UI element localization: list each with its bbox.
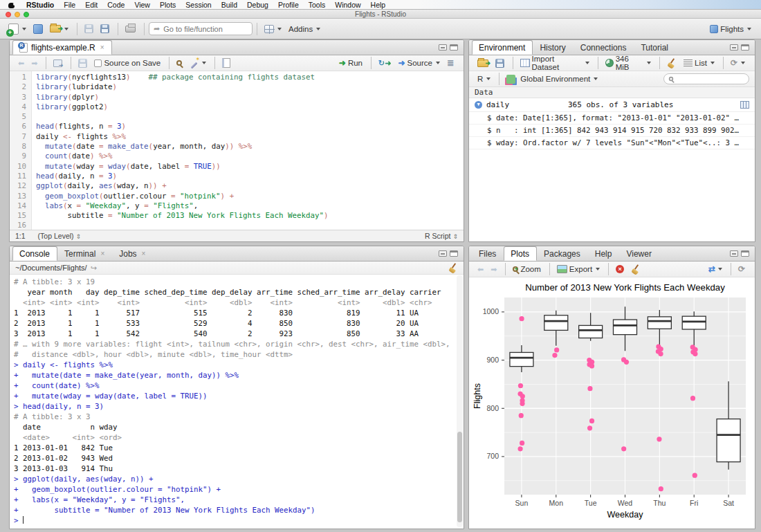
tab-files[interactable]: Files [472,246,504,261]
menu-session[interactable]: Session [181,1,216,9]
source-button[interactable]: ➜Source [395,57,443,69]
save-button[interactable] [82,23,96,35]
minimize-pane-icon[interactable] [439,250,447,257]
back-button[interactable]: ⬅ [15,58,27,68]
tab-packages[interactable]: Packages [537,246,588,261]
refresh-environment-button[interactable]: ⟳ [728,57,748,69]
tab-terminal[interactable]: Terminal× [57,246,112,261]
menu-view[interactable]: View [129,1,155,9]
rerun-button[interactable]: ↻➜ [376,57,394,69]
forward-button[interactable]: ➡ [28,58,40,68]
close-window-button[interactable] [6,12,11,17]
source-on-save-checkbox[interactable]: Source on Save [91,57,163,68]
zoom-plot-button[interactable]: Zoom [510,264,543,275]
doc-type-selector[interactable]: R Script⇕ [425,232,458,240]
collapse-object-icon[interactable]: ▼ [475,101,482,109]
project-dropdown[interactable]: Flights [707,24,754,35]
goto-file-box[interactable]: ➦ [149,22,253,35]
tab-environment[interactable]: Environment [472,40,533,55]
popout-button[interactable] [51,58,65,68]
close-tab-icon[interactable]: × [100,250,104,257]
scope-selector[interactable]: (Top Level)⇕ [38,232,82,240]
menu-edit[interactable]: Edit [80,1,102,9]
code-line: ggplot(daily, aes(wday, n)) + [36,181,464,191]
import-dataset-button[interactable]: Import Dataset [517,53,592,73]
minimize-window-button[interactable] [15,12,20,17]
clear-objects-button[interactable] [664,57,679,69]
menu-file[interactable]: File [59,1,80,9]
menu-rstudio[interactable]: RStudio [21,1,59,9]
tab-flights-example[interactable]: flights-example.R × [12,40,112,55]
minimize-pane-icon[interactable] [730,250,738,257]
pane-window-buttons [439,44,458,51]
compile-report-button[interactable] [219,57,233,69]
global-environment-dropdown[interactable]: Global Environment [504,73,600,85]
tab-connections[interactable]: Connections [574,40,634,55]
menu-help[interactable]: Help [366,1,391,9]
goto-directory-icon[interactable]: ↪ [91,264,97,273]
memory-usage-dropdown[interactable]: 346 MiB [603,53,654,73]
save-all-button[interactable] [98,23,112,35]
refresh-plot-button[interactable]: ⟳ [735,263,748,275]
menu-tools[interactable]: Tools [304,1,331,9]
save-source-button[interactable] [75,57,90,69]
close-tab-icon[interactable]: × [142,250,146,257]
minimize-pane-icon[interactable] [730,44,738,51]
find-button[interactable] [174,59,185,67]
console-output[interactable]: # A tibble: 3 x 19 year month day dep_ti… [10,275,464,529]
new-project-button[interactable] [30,23,46,35]
zoom-window-button[interactable] [24,12,29,17]
previous-plot-button[interactable]: ⬅ [475,264,486,275]
clear-console-icon[interactable] [448,263,458,273]
menu-build[interactable]: Build [217,1,242,9]
tab-label: Plots [511,249,529,259]
next-plot-button[interactable]: ➡ [488,264,499,275]
open-file-button[interactable] [47,24,71,34]
code-tools-button[interactable] [186,57,209,69]
clear-plots-button[interactable] [628,263,643,275]
goto-file-input[interactable] [163,25,239,33]
menu-plots[interactable]: Plots [155,1,181,9]
addins-dropdown[interactable]: Addins [286,24,323,35]
menu-profile[interactable]: Profile [273,1,304,9]
export-plot-button[interactable]: Export [554,264,603,275]
publish-plot-button[interactable]: ⇄ [706,263,725,275]
code-editor[interactable]: 12345678910111213141516 library(nycfligh… [10,71,464,231]
remove-plot-button[interactable]: × [613,264,627,275]
tab-console[interactable]: Console [12,246,57,261]
console-scrollbar[interactable] [457,275,463,527]
environment-search-box[interactable] [663,73,749,84]
new-file-button[interactable] [6,22,29,36]
tab-history[interactable]: History [533,40,573,55]
tab-tutorial[interactable]: Tutorial [634,40,676,55]
list-view-dropdown[interactable]: List [681,57,717,68]
object-description: 365 obs. of 3 variables [568,100,736,109]
environment-search-input[interactable] [677,75,739,83]
load-workspace-button[interactable] [475,58,491,68]
menu-code[interactable]: Code [102,1,129,9]
view-data-icon[interactable] [740,101,749,109]
object-row-daily[interactable]: ▼ daily 365 obs. of 3 variables [469,98,755,112]
pane-layout-button[interactable] [262,24,284,35]
language-dropdown[interactable]: R [475,73,493,84]
tab-plots[interactable]: Plots [504,246,537,261]
minimize-pane-icon[interactable] [439,44,447,51]
outline-button[interactable]: ≣ [444,57,457,69]
console-prompt[interactable]: > [14,515,464,526]
menu-window[interactable]: Window [330,1,365,9]
maximize-pane-icon[interactable] [450,44,458,51]
apple-logo-icon[interactable] [8,1,15,8]
run-button[interactable]: ➜Run [336,57,365,69]
tab-jobs[interactable]: Jobs× [112,246,153,261]
scrollbar-thumb[interactable] [457,432,462,522]
maximize-pane-icon[interactable] [741,250,749,257]
maximize-pane-icon[interactable] [741,44,749,51]
print-button[interactable] [122,24,138,34]
editor-code[interactable]: library(nycflights13) ## package contain… [32,71,464,231]
save-workspace-button[interactable] [493,57,507,69]
tab-help[interactable]: Help [588,246,620,261]
maximize-pane-icon[interactable] [450,250,458,257]
tab-viewer[interactable]: Viewer [619,246,659,261]
close-tab-icon[interactable]: × [100,44,104,51]
menu-debug[interactable]: Debug [242,1,273,9]
